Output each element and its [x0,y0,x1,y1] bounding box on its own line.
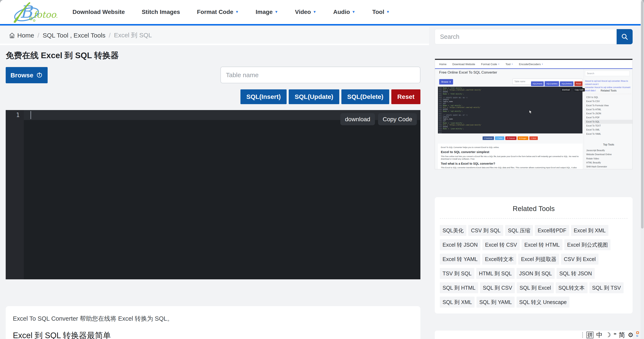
related-tool-link[interactable]: SQL美化 [440,225,466,236]
copy-code-button[interactable]: Copy Code [378,113,417,125]
related-tool-link[interactable]: Excel 转 CSV [482,239,520,250]
editor-text-cursor [30,111,31,119]
preview-code-line: 610Name = 'json-minify'; [438,128,582,130]
preview-menu-item: Download Website▼ [452,63,475,66]
ime-logo-fragment: u [636,331,639,338]
related-tool-link[interactable]: Excel 转 JSON [440,239,480,250]
related-tool-link[interactable]: Excel 转 HTML [522,239,562,250]
ime-mode-icon[interactable]: 简 [619,331,625,339]
menu-item[interactable]: Image ▼ [256,9,278,16]
chevron-down-icon: ▼ [235,10,239,14]
related-tool-link[interactable]: SQL 到 Excel [517,282,554,293]
related-tool-link[interactable]: TSV 到 SQL [440,268,474,279]
related-tools-title: Related Tools [440,205,628,213]
sql-action-button[interactable]: SQL(Delete) [342,89,390,104]
related-tool-link[interactable]: JSON 到 SQL [516,268,555,279]
search-icon [621,33,628,41]
preview-search-box: Search [585,71,630,76]
menu-item[interactable]: Tool ▼ [372,9,390,16]
related-tool-link[interactable]: HTML 到 SQL [476,268,514,279]
menu-item[interactable]: Audio ▼ [333,9,355,16]
related-tool-link[interactable]: SQL 转 JSON [556,268,595,279]
preview-related-item: Excel To CSV [584,99,632,103]
sql-action-button[interactable]: SQL(Update) [289,89,339,104]
related-tool-link[interactable]: Excel 列提取器 [518,254,559,265]
search-input[interactable] [435,29,616,44]
breadcrumb: Home / SQL Tool , Excel Tools / Excel 到 … [0,27,429,45]
preview-code-line: 600WHERE [438,108,582,110]
dashed-divider [440,218,628,219]
related-tool-link[interactable]: Excel 到公式视图 [564,239,610,250]
preview-related-item: Excel To XML [584,128,632,132]
related-tool-link[interactable]: SQL 到 YAML [476,297,514,307]
preview-code-line: 601Name = 'sql-minify'; [438,110,582,112]
chevron-down-icon: ▼ [498,63,500,65]
sql-output-editor[interactable]: 1 download Copy Code [6,110,420,279]
menu-item[interactable]: Video ▼ [295,9,316,16]
preview-code-line: 596table_name [438,101,582,103]
preview-nav-underline [435,68,632,69]
related-tool-link[interactable]: CSV 到 Excel [561,254,598,265]
breadcrumb-home-link[interactable]: Home [9,32,34,39]
page-title: 免费在线 Excel 到 SQL 转换器 [6,50,119,61]
preview-action-button: SQL(Insert) [531,81,544,86]
ime-drag-handle[interactable] [582,332,583,338]
preview-code-line: 593 [438,95,582,97]
bfotool-logo[interactable]: B ⚙ ⚙ fotool [12,1,57,23]
related-tool-link[interactable]: Excel转PDF [535,225,569,236]
menu-item[interactable]: Stitch Images ▼ [142,9,180,16]
home-icon [9,32,15,39]
chevron-down-icon: ▼ [542,63,543,65]
mouse-cursor-icon [529,110,532,114]
preview-code-line: 594/* UPDATE QUERY NO: 66 */ [438,97,582,99]
ime-mode-icon[interactable]: 拼 [586,332,594,338]
related-tool-link[interactable]: SQL 压缩 [505,225,533,236]
preview-action-button: SQL(Delete) [560,81,574,86]
sql-action-button[interactable]: Reset [391,89,420,104]
related-tool-link[interactable]: SQL 转义 Unescape [516,297,570,307]
table-name-input[interactable] [220,67,420,83]
ime-mode-icon[interactable]: ⚙ [628,331,634,339]
browse-button[interactable]: Browse [6,67,48,83]
related-tool-link[interactable]: Excel 到 XML [571,225,608,236]
related-tool-link[interactable]: Excel转文本 [482,254,516,265]
upload-icon [36,72,43,79]
search-button[interactable] [616,29,632,44]
ime-toolbar[interactable]: 拼 中 ☽ °’ 简 ⚙ u [582,331,639,339]
download-button[interactable]: download [340,113,375,125]
preview-menu-item: Encode/Decoders▼ [519,63,543,66]
preview-related-list: CSV to SQL Excel To CSV Excel To Formula… [584,95,632,136]
page-scrollbar[interactable] [641,0,644,339]
top-navbar: B ⚙ ⚙ fotool Download Website ▼ Stitch I… [0,0,644,26]
sql-action-button[interactable]: SQL(Insert) [240,89,286,104]
breadcrumb-section-link[interactable]: SQL Tool , Excel Tools [42,32,105,39]
preview-share-button: PPinterest [505,136,517,140]
related-tool-link[interactable]: SQL 到 CSV [480,282,515,293]
preview-code-line: 612 [438,132,582,133]
related-tool-link[interactable]: Excel 转 YAML [440,254,480,265]
preview-menu-item: Home▼ [439,63,446,66]
preview-related-item: Excel To JSON [584,112,632,116]
description-card: Excel To SQL Converter 帮助您在线将 Excel 转换为 … [6,306,420,339]
ime-mode-icon[interactable]: ☽ [605,331,611,339]
related-tool-link[interactable]: SQL 到 HTML [440,282,478,293]
ime-mode-icon[interactable]: °’ [614,331,616,339]
preview-top-tools-list: Javascript Beautify Website Download Onl… [584,148,632,169]
description-heading: Excel 到 SQL 转换器最简单 [13,330,413,339]
scrollbar-thumb[interactable] [641,1,644,228]
menu-item[interactable]: Download Website ▼ [72,9,125,16]
ime-items: 拼 中 ☽ °’ 简 ⚙ [586,331,634,339]
preview-code-line: 595UPDATE [438,99,582,101]
ime-mode-icon[interactable]: 中 [596,331,602,339]
preview-share-button: fFacebook [482,136,494,140]
menu-item[interactable]: Format Code ▼ [197,9,239,16]
related-tool-link[interactable]: SQL转文本 [556,282,588,293]
related-tool-link[interactable]: CSV 到 SQL [468,225,503,236]
preview-top-tool-item: Javascript Beautify [584,148,632,152]
related-tool-link[interactable]: SQL 到 XML [440,297,474,307]
preview-related-item: Excel To Formula View [584,104,632,108]
tool-preview-image: Home▼ Download Website▼ Format Code▼ Too… [435,59,632,169]
preview-share-button: BBlogger [518,136,528,140]
related-tool-link[interactable]: SQL 到 TSV [590,282,624,293]
preview-related-item: Excel To HTML [584,108,632,112]
